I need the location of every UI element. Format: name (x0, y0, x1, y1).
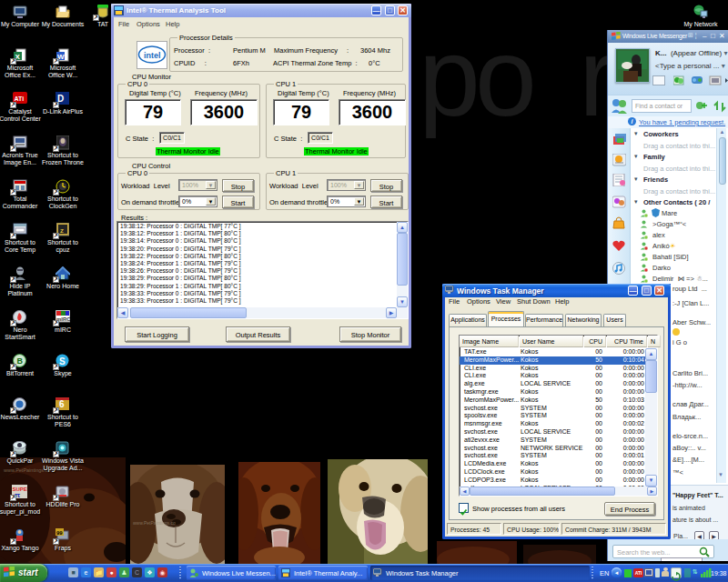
svg-text:B: B (17, 356, 24, 366)
svg-text:99: 99 (56, 530, 63, 536)
svg-text:z: z (60, 226, 64, 235)
svg-text:www.PetPaintings.co: www.PetPaintings.co (133, 520, 176, 526)
svg-text:ATi: ATi (15, 95, 25, 102)
svg-text:intel: intel (144, 51, 161, 60)
svg-text:6: 6 (59, 399, 65, 409)
svg-text:S: S (59, 356, 66, 366)
